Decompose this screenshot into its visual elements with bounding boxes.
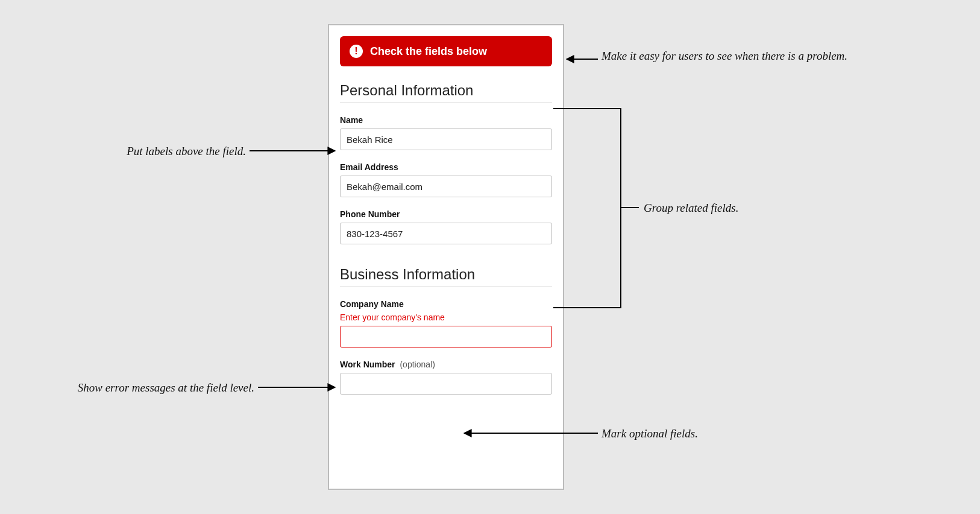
- field-company: Company Name Enter your company's name: [340, 299, 552, 347]
- input-phone[interactable]: [340, 223, 552, 244]
- section-heading-personal: Personal Information: [340, 82, 552, 103]
- annotation-group: Group related fields.: [644, 200, 800, 216]
- input-email[interactable]: [340, 176, 552, 197]
- input-company[interactable]: [340, 326, 552, 347]
- form-panel: ! Check the fields below Personal Inform…: [328, 24, 564, 490]
- alert-text: Check the fields below: [370, 45, 487, 58]
- field-phone: Phone Number: [340, 209, 552, 244]
- label-name: Name: [340, 115, 552, 125]
- field-name: Name: [340, 115, 552, 150]
- input-name[interactable]: [340, 128, 552, 150]
- alert-banner: ! Check the fields below: [340, 36, 552, 66]
- section-heading-business: Business Information: [340, 266, 552, 287]
- label-phone: Phone Number: [340, 209, 552, 219]
- input-work-number[interactable]: [340, 373, 552, 395]
- error-company: Enter your company's name: [340, 313, 552, 322]
- annotation-alert: Make it easy for users to see when there…: [602, 48, 855, 64]
- annotation-error: Show error messages at the field level.: [31, 380, 254, 396]
- label-work-optional: (optional): [400, 360, 435, 369]
- alert-icon: !: [350, 45, 363, 58]
- label-work-text: Work Number: [340, 360, 395, 369]
- label-email: Email Address: [340, 162, 552, 172]
- field-email: Email Address: [340, 162, 552, 197]
- annotation-optional: Mark optional fields.: [602, 426, 758, 442]
- field-work-number: Work Number (optional): [340, 360, 552, 395]
- label-work-number: Work Number (optional): [340, 360, 552, 369]
- label-company: Company Name: [340, 299, 552, 309]
- annotation-labels: Put labels above the field.: [77, 144, 246, 159]
